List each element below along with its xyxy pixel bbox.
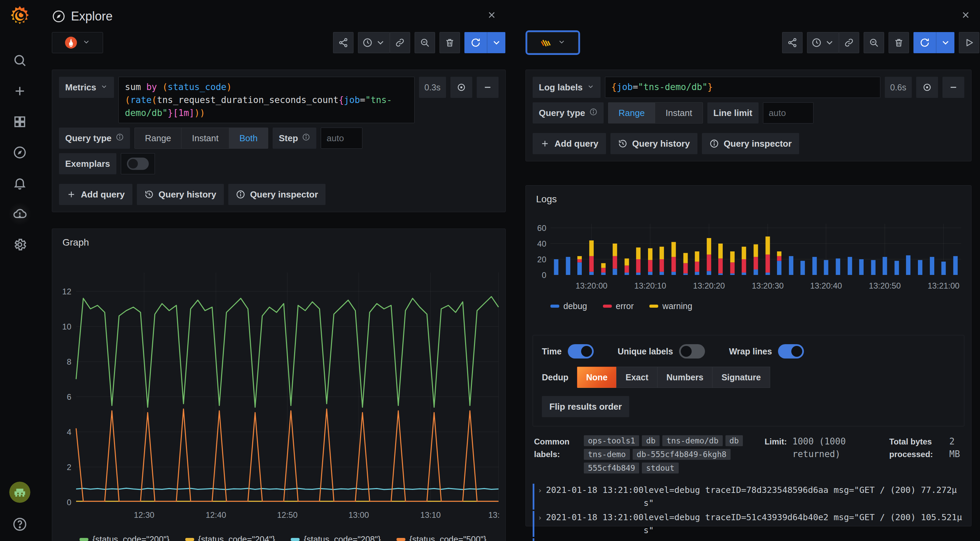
metrics-graph[interactable]: 02468101212:3012:4012:5013:0013:1013:20 (59, 264, 499, 530)
query-type-instant[interactable]: Instant (181, 128, 229, 149)
live-tail-button[interactable] (959, 32, 979, 53)
zoom-out-button[interactable] (415, 32, 435, 53)
log-message: level=debug traceID=27eb5c3eff231a70 msg… (644, 538, 964, 541)
query-history-button[interactable]: Query history (611, 133, 697, 154)
legend-item[interactable]: error (603, 301, 634, 311)
time-range-button[interactable] (807, 32, 839, 53)
unique-labels-toggle[interactable] (679, 344, 705, 359)
disable-query-button[interactable] (916, 77, 938, 98)
legend-item[interactable]: {status_code="204"} (185, 535, 275, 541)
query-type-both[interactable]: Both (229, 128, 269, 149)
disable-query-button[interactable] (450, 77, 472, 98)
zoom-out-button[interactable] (864, 32, 884, 53)
dedup-option-none[interactable]: None (577, 367, 617, 388)
settings-gear-icon[interactable] (12, 237, 27, 252)
link-icon (395, 38, 405, 48)
prometheus-icon (65, 36, 78, 49)
explore-compass-icon[interactable] (12, 145, 27, 160)
legend-item[interactable]: warning (649, 301, 692, 311)
bytes-stat: Total bytes processed: 2 MB (889, 435, 964, 460)
clear-all-button[interactable] (889, 32, 909, 53)
create-plus-icon[interactable] (12, 84, 27, 98)
metrics-dropdown[interactable]: Metrics (59, 77, 114, 98)
dedup-row: Dedup NoneExactNumbersSignature (542, 367, 955, 388)
log-rows-list: ›2021-01-18 13:21:00level=debug traceID=… (533, 484, 964, 541)
help-icon[interactable] (12, 516, 28, 532)
log-labels-dropdown[interactable]: Log labels (533, 77, 601, 98)
promql-query-editor[interactable]: sum by (status_code)(rate(tns_request_du… (118, 77, 415, 123)
share-button[interactable] (333, 32, 353, 53)
run-query-button[interactable] (913, 32, 936, 53)
grafana-logo-icon[interactable] (9, 5, 30, 27)
datasource-picker-prometheus[interactable] (52, 32, 103, 53)
exemplars-label: Exemplars (59, 153, 116, 174)
log-row[interactable]: ›2021-01-18 13:21:00level=debug traceID=… (533, 484, 964, 509)
legend-item[interactable]: debug (550, 301, 587, 311)
info-icon (302, 133, 310, 144)
chevron-down-icon (824, 38, 835, 48)
remove-query-button[interactable] (942, 77, 964, 98)
query-type-instant[interactable]: Instant (655, 102, 703, 124)
user-avatar[interactable] (9, 482, 30, 503)
share-button[interactable] (782, 32, 803, 53)
legend-item[interactable]: {status_code="500"} (396, 535, 487, 541)
query-inspector-button[interactable]: Query inspector (228, 184, 326, 205)
wrap-lines-toggle[interactable] (778, 344, 804, 359)
left-pane-header: Explore (52, 0, 506, 29)
legend-color-mark (291, 538, 300, 541)
dedup-option-numbers[interactable]: Numbers (657, 367, 713, 388)
remove-query-button[interactable] (477, 77, 498, 98)
legend-color-mark (649, 305, 658, 308)
trash-icon (445, 38, 455, 48)
dedup-option-signature[interactable]: Signature (712, 367, 770, 388)
add-query-button[interactable]: Add query (533, 133, 606, 154)
query-type-range[interactable]: Range (134, 128, 182, 149)
log-row[interactable]: ›2021-01-18 13:21:00level=debug traceID=… (533, 511, 964, 537)
time-toggle[interactable] (568, 344, 594, 359)
query-history-button[interactable]: Query history (137, 184, 224, 205)
time-range-button[interactable] (358, 32, 390, 53)
search-icon[interactable] (12, 53, 27, 68)
logs-panel-title: Logs (533, 194, 964, 205)
svg-text:4: 4 (67, 427, 71, 436)
add-query-button[interactable]: Add query (59, 184, 132, 205)
flip-results-order-button[interactable]: Flip results order (542, 396, 629, 417)
expand-chevron-icon[interactable]: › (538, 484, 546, 497)
log-row[interactable]: ›2021-01-18 13:20:59level=debug traceID=… (533, 538, 964, 541)
sync-times-button[interactable] (390, 32, 410, 53)
datasource-picker-loki[interactable] (527, 32, 578, 53)
explore-compass-icon (52, 10, 65, 23)
cloud-alert-icon[interactable] (12, 206, 27, 221)
step-input[interactable]: auto (321, 128, 363, 149)
run-query-interval-dropdown[interactable] (487, 32, 505, 53)
expand-chevron-icon[interactable]: › (538, 538, 546, 541)
svg-text:13:20:00: 13:20:00 (576, 281, 608, 290)
chevron-down-icon (940, 38, 951, 48)
query-type-range[interactable]: Range (608, 102, 655, 124)
sync-times-button[interactable] (839, 32, 859, 53)
logs-histogram[interactable]: 020406013:20:0013:20:1013:20:2013:20:301… (533, 214, 964, 294)
log-message: level=debug traceID=78d323548596d6aa msg… (644, 484, 964, 509)
clear-all-button[interactable] (439, 32, 460, 53)
logql-query-editor[interactable]: {job="tns-demo/db"} (605, 77, 880, 98)
limit-stat: Limit: 1000 (1000 returned) (765, 435, 874, 460)
legend-item[interactable]: {status_code="200"} (80, 535, 170, 541)
exemplars-toggle[interactable] (121, 153, 155, 174)
line-limit-input[interactable]: auto (763, 102, 813, 124)
dedup-option-exact[interactable]: Exact (616, 367, 657, 388)
query-inspector-button[interactable]: Query inspector (702, 133, 799, 154)
explore-pane-left: Explore (39, 0, 506, 541)
close-left-pane-button[interactable] (485, 8, 498, 22)
common-label-badge: db-555cf4b849-6kgh8 (633, 449, 730, 460)
run-query-interval-dropdown[interactable] (936, 32, 955, 53)
explore-pane-right: Log labels {job="tns-demo/db"} 0.6s Quer… (513, 0, 980, 541)
run-query-button[interactable] (465, 32, 487, 53)
svg-text:13:20: 13:20 (488, 510, 499, 519)
dashboards-icon[interactable] (12, 114, 27, 129)
expand-chevron-icon[interactable]: › (538, 511, 546, 524)
close-icon (961, 10, 971, 20)
alerting-bell-icon[interactable] (12, 176, 27, 191)
query-type-label: Query type (533, 102, 604, 124)
close-right-pane-button[interactable] (959, 8, 972, 22)
legend-item[interactable]: {status_code="208"} (291, 535, 381, 541)
